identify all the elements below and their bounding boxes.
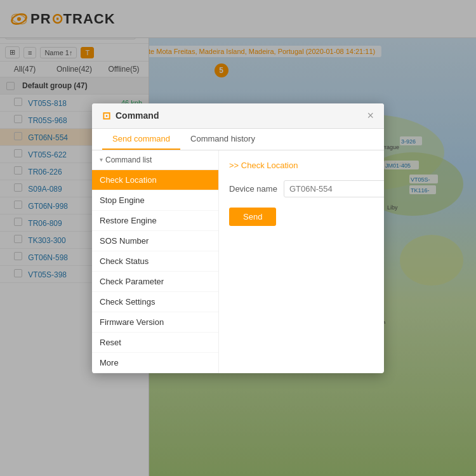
device-name-row: Device name <box>229 180 384 197</box>
modal-tabs: Send command Command history <box>92 129 384 150</box>
command-item[interactable]: Restore Engine <box>92 211 218 231</box>
modal-body: ▾ Command list Check LocationStop Engine… <box>92 150 384 373</box>
modal-close-button[interactable]: × <box>367 110 374 121</box>
command-item[interactable]: Firmware Version <box>92 312 218 333</box>
command-list-panel: ▾ Command list Check LocationStop Engine… <box>92 150 219 373</box>
command-item[interactable]: Check Location <box>92 170 218 190</box>
terminal-icon: ⊡ <box>102 110 110 122</box>
device-name-label: Device name <box>229 184 277 194</box>
command-item[interactable]: Stop Engine <box>92 190 218 211</box>
command-item[interactable]: Check Settings <box>92 292 218 312</box>
tab-send-command[interactable]: Send command <box>102 129 180 150</box>
modal-overlay[interactable]: ⊡ Command × Send command Command history… <box>0 0 476 476</box>
command-item[interactable]: SOS Number <box>92 231 218 251</box>
arrow-icon: ▾ <box>100 156 103 163</box>
command-items: Check LocationStop EngineRestore EngineS… <box>92 170 218 373</box>
command-modal: ⊡ Command × Send command Command history… <box>92 103 384 373</box>
command-item[interactable]: Check Status <box>92 251 218 272</box>
send-button[interactable]: Send <box>229 208 276 226</box>
command-item[interactable]: More <box>92 353 218 373</box>
device-name-input[interactable] <box>284 180 384 197</box>
tab-command-history[interactable]: Command history <box>180 129 265 150</box>
command-item[interactable]: Reset <box>92 333 218 353</box>
modal-title: ⊡ Command <box>102 110 159 122</box>
check-location-link[interactable]: >> Check Location <box>229 161 384 170</box>
command-right-panel: >> Check Location Device name Send <box>219 150 384 373</box>
modal-header: ⊡ Command × <box>92 103 384 129</box>
command-list-header: ▾ Command list <box>92 150 218 170</box>
command-item[interactable]: Check Parameter <box>92 272 218 292</box>
